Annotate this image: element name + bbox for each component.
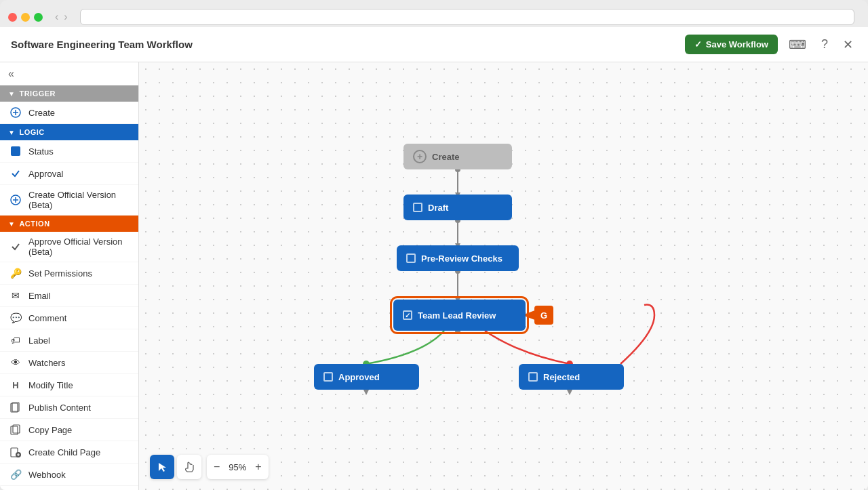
sidebar-item-approval[interactable]: Approval: [0, 163, 138, 185]
comment-icon: 💬: [9, 312, 22, 324]
sidebar: « ▼ TRIGGER Create ▼ LOGIC St: [0, 62, 139, 490]
node-create[interactable]: + Create: [403, 144, 512, 169]
svg-marker-31: [363, 390, 369, 395]
node-draft[interactable]: Draft: [403, 195, 512, 220]
action-arrow-icon: ▼: [8, 220, 15, 228]
zoom-out-button[interactable]: −: [211, 461, 222, 473]
app-title: Software Engineering Team Workflow: [11, 39, 685, 50]
save-check-icon: ✓: [694, 39, 702, 49]
sidebar-item-publish-content[interactable]: Publish Content: [0, 396, 138, 419]
zoom-control: − 95% +: [207, 455, 269, 479]
sidebar-item-comment[interactable]: 💬 Comment: [0, 307, 138, 329]
hand-tool-button[interactable]: [177, 455, 201, 479]
canvas-toolbar: − 95% +: [150, 455, 269, 479]
sidebar-item-create[interactable]: Create: [0, 102, 138, 124]
webhook-icon: 🔗: [9, 468, 22, 481]
watchers-icon: 👁: [9, 356, 22, 369]
forward-button[interactable]: ›: [62, 11, 68, 23]
status-icon: [9, 145, 22, 157]
section-header-trigger[interactable]: ▼ TRIGGER: [0, 85, 138, 102]
traffic-lights: [8, 13, 43, 22]
draft-checkbox-icon: [413, 203, 422, 212]
approved-checkbox-icon: [323, 372, 333, 382]
help-button[interactable]: ?: [817, 35, 832, 54]
modify-title-icon: H: [9, 379, 22, 391]
pointer-tool-button[interactable]: [150, 455, 174, 479]
publish-content-icon: [9, 401, 22, 413]
sidebar-item-set-permissions[interactable]: 🔑 Set Permissions: [0, 262, 138, 285]
pre-review-checkbox-icon: [406, 253, 416, 263]
top-bar: Software Engineering Team Workflow ✓ Sav…: [0, 27, 868, 62]
sidebar-item-create-official[interactable]: Create Official Version (Beta): [0, 185, 138, 216]
create-child-page-icon: [9, 446, 22, 458]
sidebar-item-modify-title[interactable]: H Modify Title: [0, 374, 138, 396]
create-plus-icon: +: [413, 150, 427, 163]
zoom-in-button[interactable]: +: [252, 461, 264, 473]
create-icon: [9, 106, 22, 119]
svg-marker-32: [567, 390, 572, 395]
sidebar-item-watchers[interactable]: 👁 Watchers: [0, 352, 138, 374]
nav-arrows: ‹ ›: [54, 11, 69, 23]
canvas-area[interactable]: + Create Draft Pre-Review Checks ✓ Team …: [139, 62, 868, 490]
set-permissions-icon: 🔑: [9, 267, 22, 279]
node-rejected[interactable]: Rejected: [519, 364, 624, 390]
sidebar-collapse-button[interactable]: «: [0, 62, 138, 85]
node-pre-review[interactable]: Pre-Review Checks: [397, 245, 519, 271]
section-header-logic[interactable]: ▼ LOGIC: [0, 124, 138, 140]
sidebar-item-webhook[interactable]: 🔗 Webhook: [0, 464, 138, 486]
node-team-lead[interactable]: ✓ Team Lead Review: [393, 300, 526, 331]
trigger-arrow-icon: ▼: [8, 90, 15, 98]
maximize-traffic-light[interactable]: [34, 13, 43, 22]
sidebar-item-create-child-page[interactable]: Create Child Page: [0, 441, 138, 464]
save-workflow-button[interactable]: ✓ Save Workflow: [685, 35, 778, 54]
create-official-icon: [9, 194, 22, 206]
main-layout: « ▼ TRIGGER Create ▼ LOGIC St: [0, 62, 868, 490]
close-button[interactable]: ✕: [839, 35, 857, 55]
email-icon: ✉: [9, 289, 22, 302]
close-traffic-light[interactable]: [8, 13, 17, 22]
svg-rect-3: [11, 146, 20, 156]
zoom-level: 95%: [225, 462, 250, 472]
sidebar-item-label[interactable]: 🏷 Label: [0, 329, 138, 352]
back-button[interactable]: ‹: [54, 11, 60, 23]
connections-svg: [139, 62, 868, 490]
sidebar-item-email[interactable]: ✉ Email: [0, 285, 138, 307]
team-lead-checkbox-icon: ✓: [403, 310, 412, 320]
browser-chrome: ‹ ›: [0, 0, 868, 27]
section-header-action[interactable]: ▼ ACTION: [0, 216, 138, 232]
app-window: Software Engineering Team Workflow ✓ Sav…: [0, 27, 868, 490]
label-icon: 🏷: [9, 334, 22, 346]
rejected-checkbox-icon: [528, 372, 538, 382]
sidebar-item-approve-official[interactable]: Approve Official Version (Beta): [0, 232, 138, 262]
approve-official-icon: [9, 241, 22, 253]
address-bar[interactable]: [80, 9, 854, 25]
sidebar-item-status[interactable]: Status: [0, 140, 138, 163]
minimize-traffic-light[interactable]: [21, 13, 30, 22]
approval-icon: [9, 167, 22, 180]
keyboard-button[interactable]: ⌨: [785, 35, 810, 55]
sidebar-item-copy-page[interactable]: Copy Page: [0, 419, 138, 441]
copy-page-icon: [9, 424, 22, 436]
logic-arrow-icon: ▼: [8, 129, 15, 136]
node-approved[interactable]: Approved: [314, 364, 419, 390]
g-badge[interactable]: G: [534, 306, 553, 325]
top-bar-actions: ✓ Save Workflow ⌨ ? ✕: [685, 35, 857, 55]
